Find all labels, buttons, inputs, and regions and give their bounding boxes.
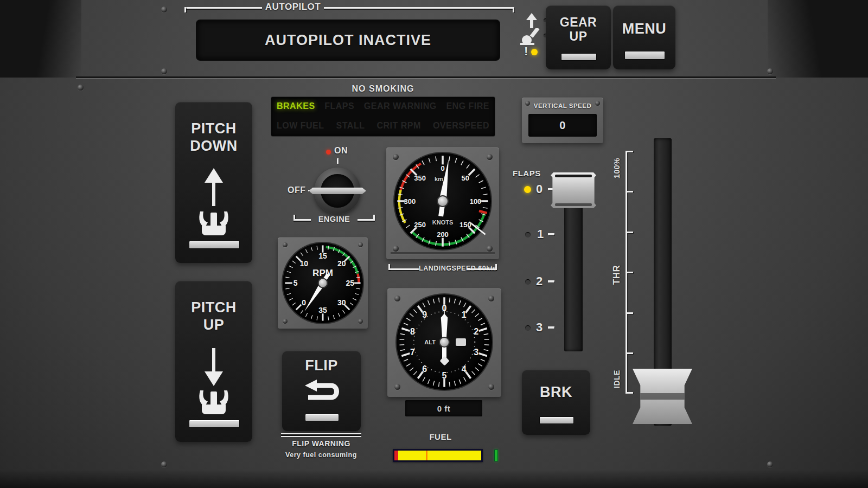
flaps-pos-2-light bbox=[525, 279, 531, 285]
throttle-tick bbox=[627, 151, 633, 152]
flaps-pos-1[interactable]: 1 bbox=[537, 227, 544, 241]
menu-button-bar bbox=[624, 51, 665, 60]
rpm-dial: 15 20 25 30 35 0 5 10 RPM bbox=[283, 243, 363, 323]
flaps-pos-0-light bbox=[524, 186, 531, 193]
landing-bracket-line-left bbox=[388, 268, 419, 270]
fuel-bar-divider bbox=[426, 451, 427, 460]
flaps-pos-2[interactable]: 2 bbox=[536, 274, 543, 288]
engine-bracket-line-right bbox=[358, 219, 375, 221]
warning-crit-rpm: CRIT RPM bbox=[377, 121, 421, 131]
brake-label: BRK bbox=[522, 384, 590, 401]
pitch-down-label-line2: DOWN bbox=[175, 138, 252, 155]
screw bbox=[767, 68, 773, 74]
brake-button[interactable]: BRK bbox=[522, 370, 590, 435]
warning-panel: BRAKES FLAPS GEAR WARNING ENG FIRE LOW F… bbox=[271, 97, 495, 136]
autopilot-bracket-line-left bbox=[184, 7, 262, 9]
gear-up-button[interactable]: GEAR UP bbox=[546, 5, 611, 69]
warning-gear: GEAR WARNING bbox=[364, 101, 437, 111]
gear-up-label-line2: UP bbox=[546, 29, 611, 44]
autopilot-section-label: AUTOPILOT bbox=[262, 2, 324, 12]
screw bbox=[767, 461, 773, 467]
pitch-up-label-line1: PITCH bbox=[175, 299, 252, 316]
bottom-shade bbox=[0, 470, 868, 488]
throttle-label: THR bbox=[611, 261, 622, 288]
throttle-handle[interactable] bbox=[633, 369, 692, 424]
rpm-gauge-panel: 15 20 25 30 35 0 5 10 RPM bbox=[278, 237, 368, 329]
warning-eng-fire: ENG FIRE bbox=[446, 101, 489, 111]
gear-up-label-line1: GEAR bbox=[546, 15, 611, 30]
landing-speed-label: LANDINGSPEED 60kts bbox=[419, 265, 467, 272]
top-left-shade bbox=[0, 0, 81, 78]
vertical-speed-panel: VERTICAL SPEED 0 bbox=[522, 98, 603, 143]
fuel-reserve-tick bbox=[494, 450, 498, 461]
pitch-up-button[interactable]: PITCH UP bbox=[175, 281, 252, 442]
no-smoking-placard: NO SMOKING bbox=[326, 84, 441, 94]
engine-off-label: OFF bbox=[288, 185, 306, 195]
throttle-tick bbox=[627, 272, 633, 273]
engine-section-label: ENGINE bbox=[311, 215, 358, 223]
flip-label: FLIP bbox=[282, 357, 361, 374]
throttle-tick bbox=[627, 352, 633, 354]
autopilot-status-display[interactable]: AUTOPILOT INACTIVE bbox=[197, 21, 499, 60]
brake-button-bar bbox=[539, 416, 574, 424]
warning-row-1: BRAKES FLAPS GEAR WARNING ENG FIRE bbox=[277, 101, 489, 111]
pitch-down-button[interactable]: PITCH DOWN bbox=[175, 102, 252, 263]
warning-flaps: FLAPS bbox=[324, 101, 354, 111]
cockpit-panel: AUTOPILOT AUTOPILOT INACTIVE ! GEAR UP M… bbox=[0, 0, 868, 488]
gear-warning-mark: ! bbox=[524, 44, 528, 59]
flaps-pos-0[interactable]: 0 bbox=[536, 182, 543, 196]
flaps-pos-3-light bbox=[525, 325, 531, 331]
warning-row-2: LOW FUEL STALL CRIT RPM OVERSPEED bbox=[277, 121, 489, 131]
screw bbox=[78, 85, 84, 91]
autopilot-bracket-end bbox=[184, 7, 186, 12]
throttle-tick bbox=[627, 312, 633, 314]
engine-on-tick bbox=[337, 158, 339, 164]
warning-low-fuel: LOW FUEL bbox=[277, 121, 324, 131]
pitch-up-arrow-icon bbox=[202, 347, 225, 386]
engine-knob-handle bbox=[309, 188, 366, 194]
screw bbox=[161, 68, 167, 74]
engine-knob[interactable] bbox=[314, 168, 361, 214]
autopilot-bracket-end bbox=[513, 7, 514, 12]
pitch-down-arrow-icon bbox=[202, 168, 225, 207]
vertical-speed-label: VERTICAL SPEED bbox=[522, 102, 603, 109]
pitch-up-label-line2: UP bbox=[175, 317, 252, 333]
screw bbox=[161, 7, 167, 12]
flip-warning-title: FLIP WARNING bbox=[281, 439, 361, 448]
top-right-shade bbox=[768, 0, 868, 78]
warning-stall: STALL bbox=[336, 121, 365, 131]
airspeed-dial: 0 50 100 150 200 250 300 350 km KNOTS bbox=[394, 153, 491, 249]
pitch-down-button-bar bbox=[189, 241, 240, 249]
flaps-pos-3-tick bbox=[548, 326, 554, 329]
warning-overspeed: OVERSPEED bbox=[433, 121, 489, 131]
flip-button[interactable]: FLIP bbox=[282, 351, 361, 431]
autopilot-status-text: AUTOPILOT INACTIVE bbox=[265, 32, 431, 49]
flaps-label: FLAPS bbox=[513, 169, 541, 178]
throttle-max-label: 100% bbox=[612, 155, 621, 182]
vertical-speed-value: 0 bbox=[559, 119, 566, 132]
panel-divider bbox=[76, 76, 776, 78]
throttle-tick bbox=[627, 232, 633, 233]
flaps-pos-3[interactable]: 3 bbox=[536, 320, 543, 335]
altimeter-dial: 0 1 2 3 4 5 6 7 8 9 ALT bbox=[397, 294, 492, 390]
screw bbox=[161, 461, 167, 467]
yoke-icon bbox=[196, 210, 231, 237]
landing-gear-icon bbox=[520, 28, 542, 46]
engine-on-light bbox=[326, 150, 331, 155]
autopilot-bracket-line-right bbox=[324, 7, 514, 9]
gear-up-button-bar bbox=[561, 53, 597, 61]
engine-bracket-line-left bbox=[293, 219, 311, 221]
gear-up-arrow-icon bbox=[525, 13, 538, 29]
pitch-up-button-bar bbox=[189, 420, 240, 428]
vertical-speed-display: 0 bbox=[528, 114, 597, 137]
throttle-tick bbox=[627, 191, 633, 192]
fuel-bar-red-zone bbox=[394, 451, 398, 460]
altimeter-panel: 0 1 2 3 4 5 6 7 8 9 ALT bbox=[387, 288, 501, 397]
menu-button[interactable]: MENU bbox=[613, 5, 675, 69]
flaps-lever-handle[interactable] bbox=[551, 172, 596, 208]
landing-bracket-line-right bbox=[467, 268, 497, 270]
pitch-down-label-line1: PITCH bbox=[175, 120, 252, 137]
altitude-readout-value: 0 ft bbox=[437, 404, 451, 413]
altitude-readout: 0 ft bbox=[405, 400, 482, 416]
flip-warning-subtitle: Very fuel consuming bbox=[276, 451, 367, 459]
